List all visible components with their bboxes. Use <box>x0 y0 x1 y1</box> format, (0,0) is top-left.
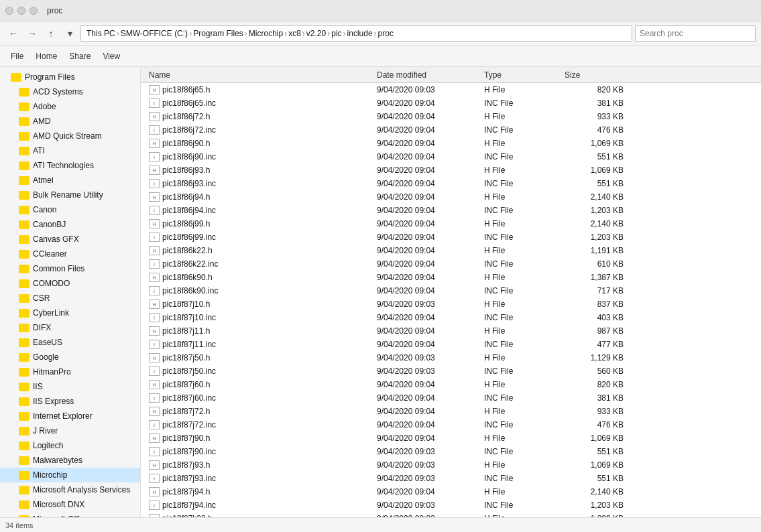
address-path[interactable]: This PC › SMW-OFFICE (C:) › Program File… <box>80 25 632 42</box>
table-row[interactable]: Hpic18f86j90.h9/04/2020 09:04H File1,069… <box>141 137 761 150</box>
sidebar-item[interactable]: AMD Quick Stream <box>0 129 140 143</box>
recent-locations-button[interactable]: ▾ <box>62 25 78 42</box>
file-size: 1,203 KB <box>562 501 629 510</box>
sidebar-item[interactable]: J River <box>0 423 140 438</box>
sidebar-item[interactable]: ACD Systems <box>0 84 140 99</box>
sidebar-item[interactable]: CCleaner <box>0 247 140 261</box>
file-name-cell: Hpic18f87j50.h <box>146 353 374 362</box>
sidebar-item[interactable]: HitmanPro <box>0 364 140 379</box>
col-header-type[interactable]: Type <box>481 67 562 82</box>
table-row[interactable]: Ipic18f87j11.inc9/04/2020 09:04INC File4… <box>141 338 761 351</box>
sidebar-item[interactable]: Bulk Rename Utility <box>0 188 140 202</box>
sidebar-item[interactable]: CyberLink <box>0 306 140 320</box>
sidebar-item[interactable]: Microsoft Analysis Services <box>0 482 140 497</box>
table-row[interactable]: Hpic18f87j60.h9/04/2020 09:04H File820 K… <box>141 378 761 391</box>
sidebar-item[interactable]: Malwarebytes <box>0 453 140 468</box>
file-type-icon: H <box>149 434 160 443</box>
forward-button[interactable]: → <box>24 25 40 42</box>
sidebar-item[interactable]: COMODO <box>0 276 140 291</box>
file-name: pic18f86j94.h <box>162 192 210 202</box>
table-row[interactable]: Ipic18f87j94.inc9/04/2020 09:03INC File1… <box>141 498 761 512</box>
table-row[interactable]: Ipic18f87j90.inc9/04/2020 09:03INC File5… <box>141 445 761 458</box>
table-row[interactable]: Ipic18f86j90.inc9/04/2020 09:04INC File5… <box>141 150 761 163</box>
file-size: 1,203 KB <box>562 206 629 215</box>
sidebar-item[interactable]: EaseUS <box>0 335 140 350</box>
minimize-btn[interactable] <box>5 7 13 15</box>
table-row[interactable]: Hpic18f87j90.h9/04/2020 09:04H File1,069… <box>141 431 761 445</box>
sidebar-item[interactable]: Common Files <box>0 261 140 276</box>
table-row[interactable]: Hpic18f87j94.h9/04/2020 09:04H File2,140… <box>141 485 761 498</box>
file-menu[interactable]: File <box>5 48 29 64</box>
address-bar: ← → ↑ ▾ This PC › SMW-OFFICE (C:) › Prog… <box>0 21 761 46</box>
file-size: 1,387 KB <box>562 273 629 282</box>
file-type-icon: I <box>149 474 160 483</box>
file-size: 476 KB <box>562 420 629 429</box>
table-row[interactable]: Hpic18f86j94.h9/04/2020 09:04H File2,140… <box>141 190 761 204</box>
table-row[interactable]: Ipic18f87j50.inc9/04/2020 09:03INC File5… <box>141 364 761 378</box>
table-row[interactable]: Hpic18f87j72.h9/04/2020 09:04H File933 K… <box>141 405 761 418</box>
table-row[interactable]: Hpic18f86j99.h9/04/2020 09:04H File2,140… <box>141 217 761 230</box>
sidebar-item[interactable]: Adobe <box>0 99 140 114</box>
sidebar-item[interactable]: Microchip <box>0 468 140 482</box>
file-type-icon: H <box>149 139 160 148</box>
col-header-size[interactable]: Size <box>562 67 629 82</box>
maximize-btn[interactable] <box>17 7 25 15</box>
sidebar-item[interactable]: CanonBJ <box>0 217 140 232</box>
sidebar-item[interactable]: Program Files <box>0 70 140 84</box>
table-row[interactable]: Hpic18f86j65.h9/04/2020 09:03H File820 K… <box>141 83 761 96</box>
sidebar-item-label: Google <box>33 352 59 362</box>
table-row[interactable]: Hpic18f87j93.h9/04/2020 09:03H File1,069… <box>141 458 761 472</box>
table-row[interactable]: Ipic18f86j65.inc9/04/2020 09:04INC File3… <box>141 96 761 110</box>
file-name-cell: Hpic18f86j72.h <box>146 112 374 121</box>
table-row[interactable]: Hpic18f86k90.h9/04/2020 09:04H File1,387… <box>141 271 761 284</box>
sidebar-item[interactable]: AMD <box>0 114 140 129</box>
sidebar-item[interactable]: Canon <box>0 202 140 217</box>
table-row[interactable]: Ipic18f86j99.inc9/04/2020 09:04INC File1… <box>141 230 761 244</box>
table-row[interactable]: Hpic18f87k22.h9/04/2020 09:03H File1,209… <box>141 512 761 517</box>
file-type-icon: I <box>149 393 160 403</box>
table-row[interactable]: Ipic18f87j10.inc9/04/2020 09:04INC File4… <box>141 311 761 324</box>
table-row[interactable]: Ipic18f86k90.inc9/04/2020 09:04INC File7… <box>141 284 761 297</box>
up-button[interactable]: ↑ <box>43 25 59 42</box>
share-menu[interactable]: Share <box>64 48 96 64</box>
col-header-name[interactable]: Name <box>146 67 374 82</box>
sidebar-item[interactable]: ATI <box>0 143 140 158</box>
sidebar-item[interactable]: DIFX <box>0 320 140 335</box>
sidebar-item[interactable]: IIS Express <box>0 394 140 409</box>
home-menu[interactable]: Home <box>30 48 62 64</box>
table-row[interactable]: Ipic18f86k22.inc9/04/2020 09:04INC File6… <box>141 257 761 271</box>
back-button[interactable]: ← <box>5 25 21 42</box>
title-bar: proc <box>0 0 761 21</box>
search-input[interactable] <box>635 25 756 42</box>
table-row[interactable]: Ipic18f87j93.inc9/04/2020 09:03INC File5… <box>141 472 761 485</box>
col-header-date[interactable]: Date modified <box>374 67 481 82</box>
table-row[interactable]: Hpic18f86k22.h9/04/2020 09:04H File1,191… <box>141 244 761 257</box>
file-type-icon: I <box>149 152 160 161</box>
file-size: 476 KB <box>562 125 629 135</box>
close-btn[interactable] <box>30 7 38 15</box>
table-row[interactable]: Ipic18f86j93.inc9/04/2020 09:04INC File5… <box>141 177 761 190</box>
sidebar-item[interactable]: Canvas GFX <box>0 232 140 247</box>
table-row[interactable]: Ipic18f86j72.inc9/04/2020 09:04INC File4… <box>141 123 761 137</box>
sidebar-item[interactable]: IIS <box>0 379 140 394</box>
sidebar-item[interactable]: ATI Technologies <box>0 158 140 173</box>
sidebar-item[interactable]: Atmel <box>0 173 140 188</box>
table-row[interactable]: Ipic18f87j72.inc9/04/2020 09:04INC File4… <box>141 418 761 431</box>
sidebar-item-label: Malwarebytes <box>33 456 82 465</box>
table-row[interactable]: Hpic18f87j10.h9/04/2020 09:03H File837 K… <box>141 297 761 311</box>
sidebar-item[interactable]: Microsoft DNX <box>0 497 140 512</box>
sidebar-item[interactable]: Microsoft Office <box>0 512 140 517</box>
table-row[interactable]: Hpic18f86j93.h9/04/2020 09:04H File1,069… <box>141 163 761 177</box>
file-size: 1,069 KB <box>562 460 629 470</box>
sidebar-item[interactable]: Logitech <box>0 438 140 453</box>
sidebar-item[interactable]: Google <box>0 350 140 364</box>
file-name: pic18f87j60.inc <box>162 393 216 403</box>
sidebar-item[interactable]: Internet Explorer <box>0 409 140 423</box>
table-row[interactable]: Ipic18f86j94.inc9/04/2020 09:04INC File1… <box>141 204 761 217</box>
table-row[interactable]: Ipic18f87j60.inc9/04/2020 09:04INC File3… <box>141 391 761 405</box>
table-row[interactable]: Hpic18f87j11.h9/04/2020 09:04H File987 K… <box>141 324 761 338</box>
table-row[interactable]: Hpic18f86j72.h9/04/2020 09:04H File933 K… <box>141 110 761 123</box>
view-menu[interactable]: View <box>97 48 125 64</box>
table-row[interactable]: Hpic18f87j50.h9/04/2020 09:03H File1,129… <box>141 351 761 364</box>
sidebar-item[interactable]: CSR <box>0 291 140 306</box>
